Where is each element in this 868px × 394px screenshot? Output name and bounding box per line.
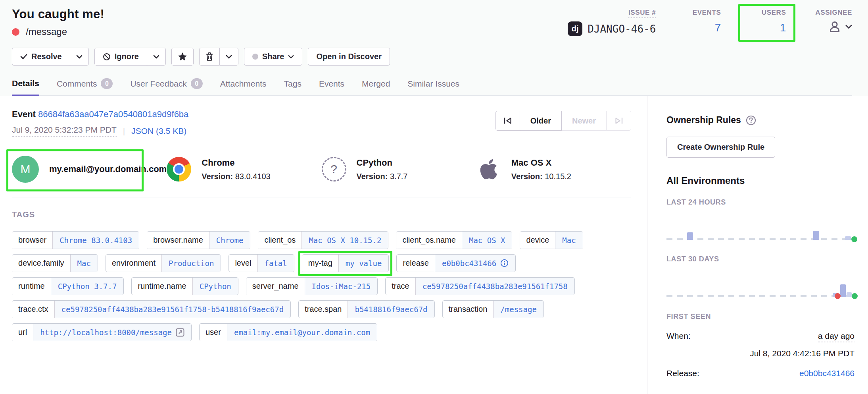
tag-value-link[interactable]: http://localhost:8000/message xyxy=(33,324,191,341)
tags-list: browser Chrome 83.0.4103 browser.name Ch… xyxy=(12,231,631,341)
tag-key: runtime.name xyxy=(132,278,192,295)
last-24-hours-sparkline xyxy=(666,209,855,240)
sparkline-baseline xyxy=(666,295,855,297)
events-label: EVENTS xyxy=(693,9,721,17)
issue-sidebar: Ownership Rules Create Ownership Rule Al… xyxy=(647,96,868,394)
tag-value-link[interactable]: Mac xyxy=(555,232,582,249)
last-30-days-label: LAST 30 DAYS xyxy=(666,255,855,263)
browser-context-card: Chrome Version: 83.0.4103 xyxy=(167,156,321,183)
error-level-dot xyxy=(12,28,19,36)
tab-details[interactable]: Details xyxy=(12,78,39,97)
create-ownership-rule-button[interactable]: Create Ownership Rule xyxy=(666,137,775,158)
event-meta: Event 86684fa63aa047e7a0540801a9d9f6ba J… xyxy=(12,109,188,137)
event-pagination: Older Newer xyxy=(495,111,631,131)
tag-value-link[interactable]: e0b0bc431466 xyxy=(435,255,515,272)
tag-value-link[interactable]: b5418816f9aec67d xyxy=(348,301,434,318)
version-label: Version: xyxy=(511,172,543,181)
tag-value-link[interactable]: Production xyxy=(162,255,221,272)
sparkline-marker-dot xyxy=(852,293,858,299)
resolve-dropdown-button[interactable] xyxy=(70,48,89,66)
issue-header: You caught me! /message ISSUE # dj DJANG… xyxy=(0,0,868,96)
first-seen-release-link[interactable]: e0b0bc431466 xyxy=(799,369,855,378)
issue-title: You caught me! xyxy=(12,7,104,21)
assignee-person-icon xyxy=(828,20,841,33)
tag-key: client_os xyxy=(258,232,302,249)
delete-dropdown-button[interactable] xyxy=(220,48,238,66)
tag-value-link[interactable]: Mac OS X 10.15.2 xyxy=(302,232,388,249)
user-feedback-count-badge: 0 xyxy=(191,78,203,89)
events-count[interactable]: 7 xyxy=(715,21,721,34)
environments-title: All Environments xyxy=(666,175,855,186)
info-circle-icon xyxy=(500,259,509,267)
tag-key: runtime xyxy=(12,278,51,295)
os-name: Mac OS X xyxy=(511,158,571,168)
tag-value-link[interactable]: ce5978250aff4438ba283e91561f1758-b541881… xyxy=(55,301,291,318)
tab-tags[interactable]: Tags xyxy=(284,78,301,95)
skip-to-latest-button[interactable] xyxy=(607,111,631,131)
issue-number-label: ISSUE # xyxy=(628,9,656,18)
issue-title-block: You caught me! /message xyxy=(12,7,104,37)
event-json-link[interactable]: JSON (3.5 KB) xyxy=(131,126,186,136)
stat-assignee: ASSIGNEE xyxy=(815,9,852,36)
os-context-card: Mac OS X Version: 10.15.2 xyxy=(476,156,631,183)
ignore-button[interactable]: Ignore xyxy=(94,48,147,66)
tab-comments[interactable]: Comments 0 xyxy=(57,78,113,95)
event-id-link[interactable]: 86684fa63aa047e7a0540801a9d9f6ba xyxy=(38,109,188,119)
ignore-dropdown-button[interactable] xyxy=(147,48,166,66)
issue-culprit: /message xyxy=(26,26,67,37)
tag-key: transaction xyxy=(443,301,494,318)
newer-event-button[interactable]: Newer xyxy=(562,111,607,131)
tag-value-link[interactable]: fatal xyxy=(258,255,294,272)
tag-value-link[interactable]: Chrome 83.0.4103 xyxy=(53,232,139,249)
tab-merged[interactable]: Merged xyxy=(362,78,390,95)
tag-value-link[interactable]: email:my.email@your.domain.com xyxy=(227,324,377,341)
tab-similar-issues[interactable]: Similar Issues xyxy=(407,78,459,95)
tag-key: server_name xyxy=(246,278,305,295)
assignee-selector[interactable] xyxy=(828,20,852,33)
share-button[interactable]: Share xyxy=(244,48,303,66)
resolve-button[interactable]: Resolve xyxy=(12,48,70,66)
stat-issue-number: ISSUE # dj DJANGO-46-6 xyxy=(568,9,656,36)
tag-pill-url: url http://localhost:8000/message xyxy=(12,323,192,341)
oldest-event-button[interactable] xyxy=(495,111,520,131)
tag-key: browser.name xyxy=(147,232,209,249)
tag-pill-runtime: runtime CPython 3.7.7 xyxy=(12,277,124,295)
tag-pill-server-name: server_name Idos-iMac-215 xyxy=(246,277,378,295)
tag-value-link[interactable]: /message xyxy=(494,301,543,318)
sparkline-baseline xyxy=(666,238,855,240)
django-platform-icon: dj xyxy=(568,21,582,36)
tag-value-link[interactable]: CPython xyxy=(193,278,238,295)
runtime-name: CPython xyxy=(357,158,408,168)
separator: | xyxy=(123,126,125,136)
tag-key: user xyxy=(200,324,227,341)
delete-button[interactable] xyxy=(199,48,220,66)
runtime-version: 3.7.7 xyxy=(390,172,407,181)
users-count[interactable]: 1 xyxy=(780,21,786,34)
sparkline-marker-dot xyxy=(835,293,841,299)
stat-users: USERS 1 xyxy=(750,9,786,36)
browser-version: 83.0.4103 xyxy=(235,172,271,181)
tag-value-link[interactable]: Idos-iMac-215 xyxy=(305,278,378,295)
tab-events[interactable]: Events xyxy=(319,78,344,95)
sparkline-marker-dot xyxy=(851,236,857,242)
open-in-discover-button[interactable]: Open in Discover xyxy=(308,48,390,66)
tag-value-link[interactable]: CPython 3.7.7 xyxy=(51,278,124,295)
help-circle-icon[interactable] xyxy=(746,115,756,126)
last-30-days-sparkline xyxy=(666,266,855,297)
first-seen-relative: a day ago xyxy=(818,331,855,342)
user-email: my.email@your.domain.com xyxy=(49,164,167,174)
tag-value-link[interactable]: my value xyxy=(339,255,389,272)
first-seen-absolute: Jul 8, 2020 4:42:16 PM PDT xyxy=(666,349,855,358)
older-event-button[interactable]: Older xyxy=(520,111,562,131)
tab-attachments[interactable]: Attachments xyxy=(220,78,267,95)
tag-value-link[interactable]: Mac xyxy=(71,255,98,272)
tag-value-link[interactable]: ce5978250aff4438ba283e91561f1758 xyxy=(416,278,574,295)
sparkline-bar xyxy=(840,284,846,297)
tag-pill-transaction: transaction /message xyxy=(442,300,544,318)
bookmark-star-button[interactable] xyxy=(171,48,194,66)
tag-value-link[interactable]: Chrome xyxy=(209,232,250,249)
tab-user-feedback[interactable]: User Feedback 0 xyxy=(130,78,202,95)
tag-key: trace xyxy=(386,278,415,295)
tag-value-link[interactable]: Mac OS X xyxy=(462,232,512,249)
issue-tabs: Details Comments 0 User Feedback 0 Attac… xyxy=(12,78,852,96)
